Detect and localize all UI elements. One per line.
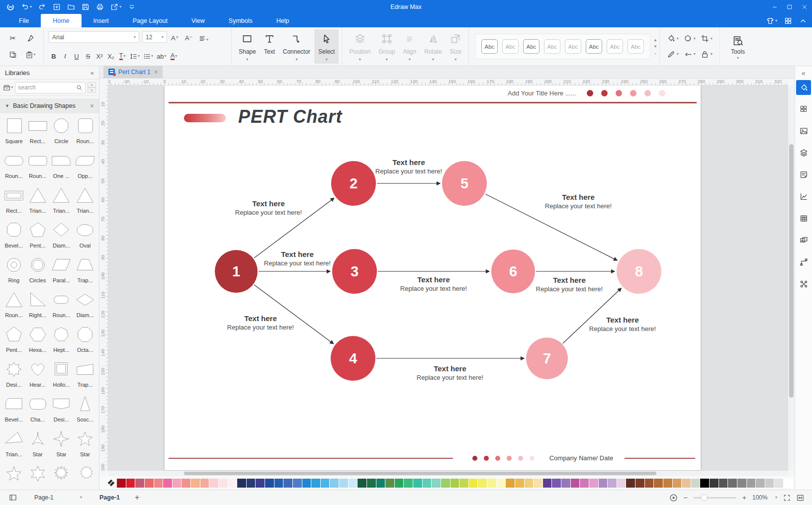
color-swatch[interactable] xyxy=(237,479,247,488)
color-swatch[interactable] xyxy=(561,479,571,488)
gallery-up-icon[interactable]: ▲ xyxy=(653,38,657,42)
color-swatch[interactable] xyxy=(691,479,701,488)
open-button[interactable] xyxy=(66,1,77,12)
style-chip-5[interactable]: Abc xyxy=(565,39,581,54)
edge-label-2[interactable]: Text hereReplace your text here! xyxy=(361,158,456,175)
zoom-slider[interactable] xyxy=(694,497,736,499)
shape-item-oval[interactable]: Oval xyxy=(73,221,97,255)
font-family-select[interactable]: Arial▾ xyxy=(49,31,139,43)
canvas[interactable]: Add Your Title Here ...... PERT Chart 12… xyxy=(108,85,788,471)
collapse-ribbon-button[interactable] xyxy=(799,17,807,25)
shape-item[interactable] xyxy=(73,464,97,490)
theme-button[interactable]: ▾ xyxy=(766,17,777,25)
page-panel-icon[interactable] xyxy=(9,494,17,502)
fullscreen-icon[interactable] xyxy=(783,494,791,502)
subscript-button[interactable]: X₂ xyxy=(106,51,116,62)
color-swatch[interactable] xyxy=(200,479,210,488)
color-swatch[interactable] xyxy=(293,479,302,488)
cut-button[interactable]: ✂ xyxy=(6,32,20,45)
bold-button[interactable]: B xyxy=(49,51,59,62)
color-swatch[interactable] xyxy=(321,479,330,488)
color-swatch[interactable] xyxy=(385,479,395,488)
color-swatch[interactable] xyxy=(302,479,312,488)
color-swatch[interactable] xyxy=(774,479,784,488)
copy-button[interactable] xyxy=(6,48,20,61)
document-tab[interactable]: Pert Chart 1 × xyxy=(103,66,163,78)
shape-item-paral[interactable]: Paral... xyxy=(50,255,74,290)
shape-item-sosc[interactable]: Sosc... xyxy=(73,395,97,429)
color-swatch[interactable] xyxy=(432,479,441,488)
collapse-sidebar-icon[interactable]: « xyxy=(802,69,806,77)
menu-symbols[interactable]: Symbols xyxy=(217,14,265,27)
shape-item-cha[interactable]: Cha... xyxy=(26,395,50,429)
shape-item-trap[interactable]: Trap... xyxy=(73,360,97,395)
italic-button[interactable]: I xyxy=(60,51,70,62)
color-swatch[interactable] xyxy=(552,479,561,488)
bullets-button[interactable]: ▾ xyxy=(142,51,154,62)
shape-item-roun[interactable]: Roun... xyxy=(73,116,97,151)
shape-item-star[interactable]: Star xyxy=(50,429,74,464)
color-swatch[interactable] xyxy=(571,479,580,488)
color-swatch[interactable] xyxy=(395,479,404,488)
color-swatch[interactable] xyxy=(145,479,154,488)
color-swatch[interactable] xyxy=(682,479,691,488)
style-chip-6[interactable]: Abc xyxy=(586,39,602,54)
superscript-button[interactable]: X² xyxy=(94,51,104,62)
drawing-page[interactable]: Add Your Title Here ...... PERT Chart 12… xyxy=(165,85,701,470)
shape-item-bevel[interactable]: Bevel... xyxy=(2,395,26,429)
shape-item[interactable] xyxy=(2,464,26,490)
color-swatch[interactable] xyxy=(525,479,534,488)
color-swatch[interactable] xyxy=(728,479,737,488)
shape-item-roun[interactable]: Roun... xyxy=(2,290,26,325)
shape-item-one[interactable]: One ... xyxy=(50,151,74,186)
style-chip-8[interactable]: Abc xyxy=(628,39,644,54)
style-chip-2[interactable]: Abc xyxy=(502,39,519,54)
style-chip-7[interactable]: Abc xyxy=(607,39,623,54)
color-swatch[interactable] xyxy=(515,479,525,488)
color-swatch[interactable] xyxy=(599,479,608,488)
apps-button[interactable] xyxy=(784,17,792,25)
color-swatch[interactable] xyxy=(580,479,589,488)
pert-node-7[interactable]: 7 xyxy=(526,337,568,379)
color-swatch[interactable] xyxy=(700,479,710,488)
menu-home[interactable]: Home xyxy=(41,14,81,27)
menu-view[interactable]: View xyxy=(180,14,217,27)
collapse-panel-icon[interactable]: « xyxy=(90,69,94,77)
color-swatch[interactable] xyxy=(247,479,256,488)
color-swatch[interactable] xyxy=(163,479,173,488)
style-chip-1[interactable]: Abc xyxy=(481,39,498,54)
library-menu-button[interactable]: ▾ xyxy=(3,84,13,91)
crop-button[interactable]: ▾ xyxy=(701,34,713,43)
line-style-button[interactable]: ▾ xyxy=(684,50,696,59)
shape-item-trian[interactable]: Trian... xyxy=(2,429,26,464)
color-swatch[interactable] xyxy=(228,479,238,488)
color-swatch[interactable] xyxy=(367,479,376,488)
color-swatch[interactable] xyxy=(358,479,367,488)
shape-item[interactable] xyxy=(26,464,50,490)
horizontal-scrollbar[interactable] xyxy=(184,472,656,475)
shape-item-opp[interactable]: Opp... xyxy=(73,151,97,186)
color-swatch[interactable] xyxy=(135,479,145,488)
shape-item-circles[interactable]: Circles xyxy=(26,255,50,290)
shape-item-roun[interactable]: Roun... xyxy=(50,290,74,325)
style-chip-4[interactable]: Abc xyxy=(544,39,560,54)
line-spacing-button[interactable]: ▾ xyxy=(129,51,141,62)
color-swatch[interactable] xyxy=(617,479,627,488)
color-swatch[interactable] xyxy=(311,479,321,488)
color-swatch[interactable] xyxy=(765,479,775,488)
color-swatch[interactable] xyxy=(117,479,126,488)
underline-button[interactable]: U xyxy=(72,51,82,62)
shape-item-bevel[interactable]: Bevel... xyxy=(2,221,26,255)
text-highlight-button[interactable]: ab▾ xyxy=(156,51,167,62)
shape-item-trap[interactable]: Trap... xyxy=(73,255,97,290)
vertical-scrollbar[interactable] xyxy=(789,144,794,398)
insert-picture-icon[interactable] xyxy=(797,124,811,138)
page-tab[interactable]: Page-1 xyxy=(99,494,120,501)
presentation-play-icon[interactable] xyxy=(669,494,678,502)
color-swatch[interactable] xyxy=(635,479,645,488)
close-section-icon[interactable]: × xyxy=(90,102,94,110)
text-tool-button[interactable]: Text▾ xyxy=(260,29,279,64)
color-swatch[interactable] xyxy=(459,479,469,488)
shapes-section-header[interactable]: ▼ Basic Drawing Shapes × xyxy=(0,98,99,113)
shadow-button[interactable]: ▾ xyxy=(684,34,696,43)
